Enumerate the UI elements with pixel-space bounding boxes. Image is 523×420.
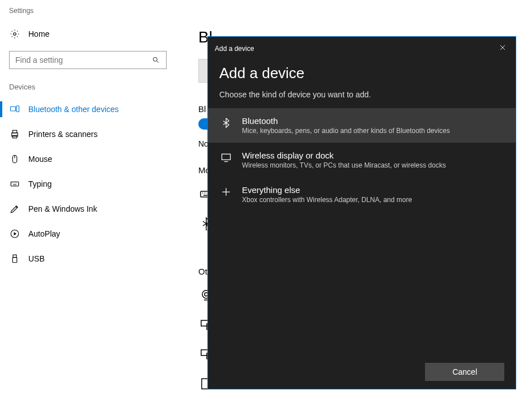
sidebar-item-label: Printers & scanners: [28, 130, 97, 139]
keyboard-icon: [9, 178, 20, 190]
svg-rect-20: [222, 154, 231, 160]
sidebar-item-label: Bluetooth & other devices: [28, 105, 119, 114]
sidebar-item-printers[interactable]: Printers & scanners: [0, 122, 176, 147]
sidebar-item-label: USB: [28, 254, 45, 263]
svg-rect-11: [12, 258, 17, 263]
svg-rect-2: [11, 107, 16, 112]
sidebar-item-bluetooth[interactable]: Bluetooth & other devices: [0, 97, 176, 122]
sidebar-item-autoplay[interactable]: AutoPlay: [0, 221, 176, 246]
cancel-button[interactable]: Cancel: [425, 363, 504, 381]
home-nav[interactable]: Home: [0, 23, 176, 45]
bluetooth-icon: [219, 116, 233, 130]
monitor-icon: [219, 151, 233, 164]
gear-icon: [9, 28, 20, 40]
option-everything-else[interactable]: Everything else Xbox controllers with Wi…: [208, 177, 516, 212]
dialog-titlebar: Add a device: [208, 37, 516, 60]
search-icon: [151, 55, 160, 65]
svg-rect-10: [13, 255, 16, 258]
sidebar-item-typing[interactable]: Typing: [0, 172, 176, 196]
sidebar-item-mouse[interactable]: Mouse: [0, 147, 176, 172]
sidebar-item-usb[interactable]: USB: [0, 246, 176, 271]
search-input[interactable]: [15, 55, 151, 65]
app-title: Settings: [0, 0, 523, 15]
svg-point-0: [14, 33, 16, 36]
printer-icon: [9, 128, 20, 140]
option-desc: Wireless monitors, TVs, or PCs that use …: [242, 161, 446, 169]
autoplay-icon: [9, 228, 20, 239]
svg-rect-6: [12, 135, 17, 138]
add-device-dialog: Add a device Add a device Choose the kin…: [208, 37, 516, 389]
plus-icon: [219, 185, 233, 199]
search-box[interactable]: [9, 51, 167, 69]
devices-icon: [9, 104, 20, 115]
option-desc: Mice, keyboards, pens, or audio and othe…: [242, 127, 450, 135]
sidebar-item-label: AutoPlay: [28, 229, 60, 238]
svg-rect-5: [12, 130, 17, 133]
svg-point-1: [153, 57, 157, 61]
mouse-icon: [9, 153, 20, 165]
option-wireless-display[interactable]: Wireless display or dock Wireless monito…: [208, 143, 516, 177]
sidebar-item-label: Pen & Windows Ink: [28, 204, 97, 213]
sidebar-item-label: Mouse: [28, 155, 52, 164]
svg-rect-3: [16, 106, 19, 112]
option-title: Wireless display or dock: [242, 151, 446, 160]
close-button[interactable]: [496, 41, 509, 55]
option-bluetooth[interactable]: Bluetooth Mice, keyboards, pens, or audi…: [208, 108, 516, 143]
home-label: Home: [28, 29, 49, 38]
usb-icon: [9, 253, 20, 264]
svg-rect-8: [11, 182, 19, 186]
dialog-titlebar-text: Add a device: [215, 45, 254, 53]
dialog-subheading: Choose the kind of device you want to ad…: [219, 90, 504, 99]
pen-icon: [9, 203, 20, 215]
option-desc: Xbox controllers with Wireless Adapter, …: [242, 196, 412, 204]
option-title: Bluetooth: [242, 116, 450, 126]
sidebar-item-label: Typing: [28, 179, 52, 188]
sidebar-section-label: Devices: [0, 83, 176, 97]
sidebar-item-pen[interactable]: Pen & Windows Ink: [0, 196, 176, 221]
sidebar: Home Devices Bluetooth & other devices P…: [0, 23, 176, 271]
close-icon: [499, 44, 507, 52]
dialog-heading: Add a device: [219, 65, 504, 82]
option-title: Everything else: [242, 185, 412, 195]
